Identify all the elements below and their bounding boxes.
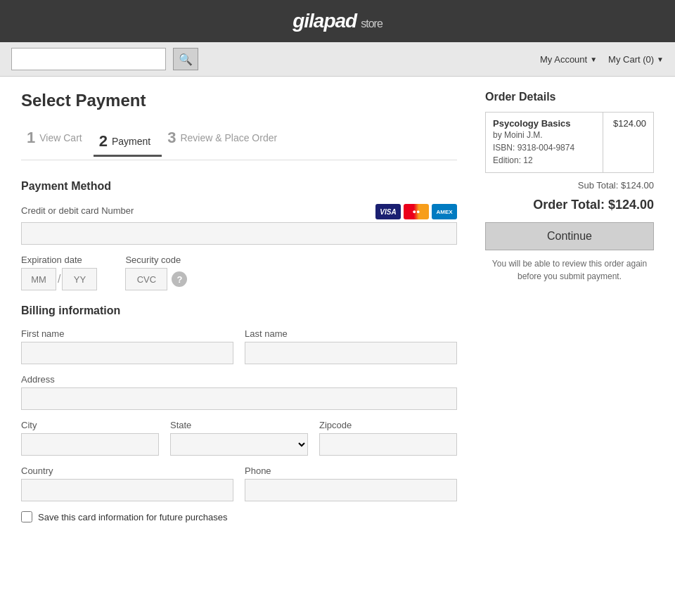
step-2-num: 2 [99, 132, 108, 150]
security-code-label: Security code [125, 255, 187, 265]
card-icons: VISA ●● AMEX [375, 204, 457, 219]
first-name-input[interactable] [21, 342, 233, 364]
visa-icon: VISA [375, 204, 401, 219]
order-details-title: Order Details [485, 91, 654, 103]
order-price-cell: $124.00 [603, 113, 654, 173]
step-review[interactable]: 3 Review & Place Order [162, 124, 288, 151]
city-label: City [21, 420, 159, 430]
search-input[interactable] [11, 48, 166, 70]
save-card-label: Save this card information for future pu… [38, 512, 228, 522]
state-label: State [170, 420, 308, 430]
step-3-num: 3 [167, 129, 176, 147]
my-cart-arrow-icon: ▼ [657, 56, 664, 63]
mastercard-icon: ●● [404, 204, 429, 219]
country-col: Country [21, 466, 233, 501]
subtotal-row: Sub Total: $124.00 [485, 180, 654, 191]
order-note: You will be able to review this order ag… [485, 257, 654, 283]
cvc-inputs: ? [125, 268, 187, 290]
step-view-cart[interactable]: 1 View Cart [21, 124, 94, 151]
order-item-cell: Psycology Basics by Moini J.M. ISBN: 931… [486, 113, 603, 173]
search-button[interactable]: 🔍 [173, 48, 198, 70]
table-row: Psycology Basics by Moini J.M. ISBN: 931… [486, 113, 654, 173]
step-1-label: View Cart [39, 132, 82, 143]
date-cvc-row: Expiration date / Security code ? [21, 255, 457, 290]
logo-store: store [361, 18, 382, 30]
search-icon: 🔍 [179, 53, 193, 66]
phone-label: Phone [245, 466, 457, 476]
country-phone-row: Country Phone [21, 466, 457, 501]
order-table: Psycology Basics by Moini J.M. ISBN: 931… [485, 112, 654, 173]
item-price: $124.00 [613, 118, 646, 129]
my-account-link[interactable]: My Account ▼ [540, 54, 597, 65]
step-1-num: 1 [27, 129, 35, 147]
phone-col: Phone [245, 466, 457, 501]
phone-input[interactable] [245, 479, 457, 501]
card-number-label: Credit or debit card Number [21, 205, 134, 216]
book-isbn: ISBN: 9318-004-9874 [493, 141, 596, 154]
order-total: Order Total: $124.00 [485, 198, 654, 212]
subtotal-value: $124.00 [621, 180, 654, 191]
zipcode-input[interactable] [319, 433, 457, 456]
order-total-value: $124.00 [608, 198, 654, 212]
last-name-input[interactable] [245, 342, 457, 364]
zip-col: Zipcode [319, 420, 457, 456]
save-card-checkbox[interactable] [21, 511, 32, 522]
state-col: State [170, 420, 308, 456]
address-input[interactable] [21, 387, 457, 410]
billing-section: Billing information First name Last name… [21, 304, 457, 522]
step-2-label: Payment [112, 136, 150, 147]
address-label: Address [21, 374, 457, 385]
expiry-mm-input[interactable] [21, 268, 56, 290]
logo-text: gilapadstore [292, 10, 382, 32]
cvc-help-icon[interactable]: ? [172, 271, 187, 287]
country-input[interactable] [21, 479, 233, 501]
name-row: First name Last name [21, 328, 457, 364]
right-panel: Order Details Psycology Basics by Moini … [485, 91, 654, 522]
payment-section-title: Payment Method [21, 180, 457, 193]
step-payment[interactable]: 2 Payment [94, 128, 162, 157]
book-author: by Moini J.M. [493, 129, 596, 141]
my-account-label: My Account [540, 54, 587, 65]
country-label: Country [21, 466, 233, 476]
logo: gilapadstore [292, 10, 382, 32]
header: gilapadstore [0, 0, 675, 42]
state-select[interactable] [170, 433, 308, 456]
address-group: Address [21, 374, 457, 410]
steps: 1 View Cart 2 Payment 3 Review & Place O… [21, 124, 457, 160]
navbar: 🔍 My Account ▼ My Cart (0) ▼ [0, 42, 675, 77]
security-code-group: Security code ? [125, 255, 187, 290]
logo-brand: gilapad [292, 10, 356, 32]
step-3-label: Review & Place Order [180, 132, 277, 143]
expiry-inputs: / [21, 268, 97, 290]
nav-right: My Account ▼ My Cart (0) ▼ [540, 54, 664, 65]
city-input[interactable] [21, 433, 159, 456]
city-state-zip-row: City State Zipcode [21, 420, 457, 456]
book-edition: Edition: 12 [493, 154, 596, 167]
city-col: City [21, 420, 159, 456]
expiry-group: Expiration date / [21, 255, 97, 290]
subtotal-label: Sub Total: [578, 180, 619, 191]
expiry-label: Expiration date [21, 255, 97, 265]
my-account-arrow-icon: ▼ [590, 56, 597, 63]
billing-section-title: Billing information [21, 304, 457, 317]
continue-button[interactable]: Continue [485, 222, 654, 250]
zipcode-label: Zipcode [319, 420, 457, 430]
cvc-input[interactable] [125, 268, 167, 290]
order-total-label: Order Total: [533, 198, 605, 212]
card-number-group: Credit or debit card Number VISA ●● AMEX [21, 204, 457, 245]
expiry-yy-input[interactable] [62, 268, 97, 290]
save-card-row: Save this card information for future pu… [21, 511, 457, 522]
page-title: Select Payment [21, 91, 457, 110]
card-number-input[interactable] [21, 222, 457, 245]
my-cart-label: My Cart (0) [608, 54, 654, 65]
payment-section: Payment Method Credit or debit card Numb… [21, 180, 457, 290]
first-name-col: First name [21, 328, 233, 364]
last-name-label: Last name [245, 328, 457, 339]
amex-icon: AMEX [432, 204, 457, 219]
my-cart-link[interactable]: My Cart (0) ▼ [608, 54, 664, 65]
left-panel: Select Payment 1 View Cart 2 Payment 3 R… [21, 91, 457, 522]
last-name-col: Last name [245, 328, 457, 364]
main-content: Select Payment 1 View Cart 2 Payment 3 R… [0, 77, 675, 537]
expiry-separator: / [56, 273, 62, 285]
first-name-label: First name [21, 328, 233, 339]
